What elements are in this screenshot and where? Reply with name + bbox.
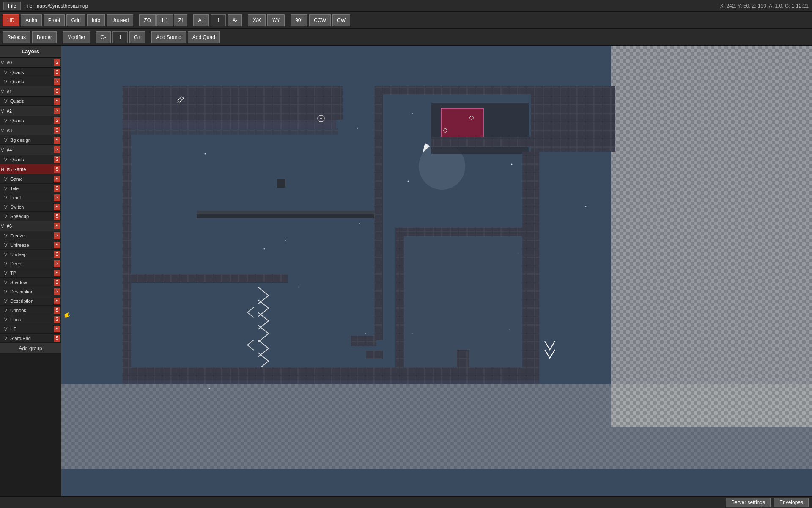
layer-visible-g5-1[interactable]: V xyxy=(4,186,10,191)
modifier-button[interactable]: Modifier xyxy=(63,31,90,43)
layer-item-g5-0[interactable]: VGameS xyxy=(0,174,61,184)
layer-s-g4-0[interactable]: S xyxy=(54,156,60,163)
layer-item-g6-7[interactable]: VDescriptionS xyxy=(0,296,61,306)
layer-s-g6-7[interactable]: S xyxy=(54,298,60,304)
file-menu[interactable]: File xyxy=(3,2,21,10)
group-s-g4[interactable]: S xyxy=(54,146,60,153)
layer-visible-g6-3[interactable]: V xyxy=(4,261,10,266)
refocus-button[interactable]: Refocus xyxy=(3,31,30,43)
layer-visible-g6-8[interactable]: V xyxy=(4,308,10,313)
cw-button[interactable]: CW xyxy=(332,14,350,26)
add-sound-button[interactable]: Add Sound xyxy=(151,31,186,43)
layer-s-g5-0[interactable]: S xyxy=(54,176,60,182)
group-s-g1[interactable]: S xyxy=(54,88,60,95)
border-button[interactable]: Border xyxy=(32,31,57,43)
layer-s-g6-8[interactable]: S xyxy=(54,307,60,314)
group-s-g5[interactable]: S xyxy=(54,166,60,173)
layer-group-g4[interactable]: V#4S xyxy=(0,145,61,155)
layer-s-g6-10[interactable]: S xyxy=(54,326,60,332)
layer-item-g6-8[interactable]: VUnhookS xyxy=(0,306,61,315)
yy-button[interactable]: Y/Y xyxy=(267,14,285,26)
group-s-g3[interactable]: S xyxy=(54,127,60,134)
group-s-g2[interactable]: S xyxy=(54,108,60,114)
zoom-level-button[interactable]: 1:1 xyxy=(156,14,173,26)
group-visible-g4[interactable]: V xyxy=(1,147,7,152)
layer-s-g6-5[interactable]: S xyxy=(54,279,60,286)
layer-item-g6-6[interactable]: VDescriptionS xyxy=(0,287,61,296)
add-quad-button[interactable]: Add Quad xyxy=(188,31,220,43)
group-visible-g2[interactable]: V xyxy=(1,108,7,113)
a-plus-button[interactable]: A+ xyxy=(193,14,209,26)
canvas-area[interactable] xyxy=(61,46,812,496)
layer-item-g6-11[interactable]: VStard/EndS xyxy=(0,334,61,343)
group-visible-g0[interactable]: V xyxy=(1,60,7,65)
layer-s-g6-2[interactable]: S xyxy=(54,251,60,258)
anim-button[interactable]: Anim xyxy=(21,14,41,26)
layer-visible-g6-9[interactable]: V xyxy=(4,317,10,322)
layer-group-g3[interactable]: V#3S xyxy=(0,125,61,135)
layer-s-g6-3[interactable]: S xyxy=(54,260,60,267)
layer-s-g3-0[interactable]: S xyxy=(54,137,60,144)
layer-item-g5-4[interactable]: VSpeedupS xyxy=(0,212,61,221)
server-settings-button[interactable]: Server settings xyxy=(726,498,771,507)
layer-group-g2[interactable]: V#2S xyxy=(0,106,61,116)
group-visible-g5[interactable]: H xyxy=(1,167,7,172)
layer-visible-g3-0[interactable]: V xyxy=(4,138,10,143)
layer-group-g5[interactable]: H#5 GameS xyxy=(0,164,61,174)
zo-button[interactable]: ZO xyxy=(139,14,156,26)
layer-visible-g6-10[interactable]: V xyxy=(4,326,10,331)
envelopes-button[interactable]: Envelopes xyxy=(774,498,809,507)
unused-button[interactable]: Unused xyxy=(107,14,133,26)
layer-visible-g6-0[interactable]: V xyxy=(4,233,10,238)
group-s-g0[interactable]: S xyxy=(54,59,60,66)
g-minus-button[interactable]: G- xyxy=(96,31,111,43)
layer-item-g1-0[interactable]: VQuadsS xyxy=(0,97,61,106)
layer-item-g5-1[interactable]: VTeleS xyxy=(0,184,61,193)
layer-s-g5-3[interactable]: S xyxy=(54,204,60,210)
layer-item-g6-0[interactable]: VFreezeS xyxy=(0,231,61,240)
layer-s-g1-0[interactable]: S xyxy=(54,98,60,105)
layer-visible-g6-1[interactable]: V xyxy=(4,243,10,248)
layer-group-g1[interactable]: V#1S xyxy=(0,86,61,97)
layer-visible-g6-2[interactable]: V xyxy=(4,252,10,257)
layer-visible-g1-0[interactable]: V xyxy=(4,99,10,104)
layer-item-g6-10[interactable]: VHTS xyxy=(0,324,61,334)
grid-button[interactable]: Grid xyxy=(66,14,85,26)
layer-visible-g6-4[interactable]: V xyxy=(4,271,10,276)
layer-s-g6-4[interactable]: S xyxy=(54,270,60,276)
layer-item-g5-3[interactable]: VSwitchS xyxy=(0,202,61,212)
layer-s-g6-1[interactable]: S xyxy=(54,242,60,248)
layer-s-g5-1[interactable]: S xyxy=(54,185,60,192)
layer-visible-g5-0[interactable]: V xyxy=(4,177,10,182)
layer-s-g0-1[interactable]: S xyxy=(54,78,60,85)
layer-item-g2-0[interactable]: VQuadsS xyxy=(0,116,61,125)
layer-item-g6-9[interactable]: VHookS xyxy=(0,315,61,324)
ccw-button[interactable]: CCW xyxy=(309,14,331,26)
layer-visible-g4-0[interactable]: V xyxy=(4,157,10,162)
xx-button[interactable]: X/X xyxy=(248,14,265,26)
layer-s-g0-0[interactable]: S xyxy=(54,69,60,76)
layer-item-g6-4[interactable]: VTPS xyxy=(0,268,61,278)
g-plus-button[interactable]: G+ xyxy=(129,31,145,43)
layer-s-g6-9[interactable]: S xyxy=(54,316,60,323)
layer-item-g4-0[interactable]: VQuadsS xyxy=(0,155,61,164)
group-visible-g1[interactable]: V xyxy=(1,89,7,94)
layer-visible-g5-2[interactable]: V xyxy=(4,195,10,200)
layer-group-g0[interactable]: V#0S xyxy=(0,58,61,68)
layer-item-g5-2[interactable]: VFrontS xyxy=(0,193,61,202)
zi-button[interactable]: ZI xyxy=(174,14,188,26)
add-group-button[interactable]: Add group xyxy=(0,343,61,353)
a-minus-button[interactable]: A- xyxy=(228,14,242,26)
layer-visible-g5-3[interactable]: V xyxy=(4,204,10,210)
layer-visible-g2-0[interactable]: V xyxy=(4,118,10,123)
group-s-g6[interactable]: S xyxy=(54,223,60,229)
layer-visible-g0-0[interactable]: V xyxy=(4,70,10,75)
layer-visible-g5-4[interactable]: V xyxy=(4,214,10,219)
group-visible-g6[interactable]: V xyxy=(1,224,7,229)
layer-item-g3-0[interactable]: VBg designS xyxy=(0,135,61,145)
layer-visible-g6-11[interactable]: V xyxy=(4,336,10,341)
proof-button[interactable]: Proof xyxy=(44,14,65,26)
layer-visible-g6-6[interactable]: V xyxy=(4,289,10,294)
group-visible-g3[interactable]: V xyxy=(1,128,7,133)
layer-item-g6-3[interactable]: VDeepS xyxy=(0,259,61,268)
